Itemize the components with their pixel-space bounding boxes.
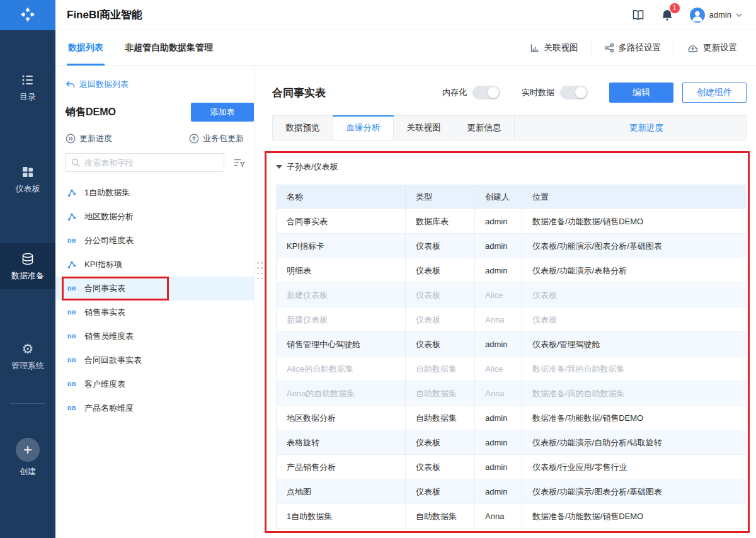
header-actions: 1 admin bbox=[632, 8, 742, 23]
table-list-item[interactable]: DB合同回款事实表 bbox=[55, 348, 254, 372]
tab-update-info[interactable]: 更新信息 bbox=[454, 116, 515, 140]
related-view-icon bbox=[530, 43, 540, 53]
related-view-action[interactable]: 关联视图 bbox=[517, 41, 591, 55]
logo-icon bbox=[20, 6, 36, 25]
update-row: 更新进度 业务包更新 bbox=[55, 133, 254, 144]
db-table-icon: DB bbox=[66, 381, 78, 387]
lineage-table: 名称类型创建人位置 合同事实表数据库表admin数据准备/功能数据/销售DEMO… bbox=[276, 185, 747, 529]
tab-lineage-analysis[interactable]: 血缘分析 bbox=[333, 116, 394, 140]
bell-icon[interactable]: 1 bbox=[661, 9, 673, 21]
package-update-item[interactable]: 业务包更新 bbox=[189, 133, 244, 144]
table-row[interactable]: 销售管理中心驾驶舱仪表板admin仪表板/管理驾驶舱 bbox=[277, 331, 746, 356]
cell-creator: admin bbox=[475, 405, 522, 430]
search-input[interactable] bbox=[84, 158, 219, 168]
table-row[interactable]: KPI指标卡仪表板admin仪表板/功能演示/图表分析/基础图表 bbox=[277, 233, 746, 258]
create-component-button[interactable]: 创建组件 bbox=[682, 83, 747, 103]
table-list-item[interactable]: 1自助数据集 bbox=[55, 181, 254, 205]
sidebar-item-label: 仪表板 bbox=[16, 183, 40, 195]
detail-tabs: 数据预览 血缘分析 关联视图 更新信息 更新进度 bbox=[272, 115, 747, 140]
chevron-down-icon bbox=[736, 13, 742, 17]
database-icon bbox=[21, 252, 35, 266]
table-row[interactable]: Anna的自助数据集自助数据集Anna数据准备/我的自助数据集 bbox=[277, 381, 746, 405]
toggle-knob bbox=[488, 87, 499, 98]
panel-resize-handle[interactable] bbox=[257, 262, 263, 281]
dataset-icon bbox=[66, 260, 78, 269]
sidebar-item-label: 创建 bbox=[20, 466, 36, 478]
search-box bbox=[66, 153, 224, 172]
sidebar-item-dashboard[interactable]: 仪表板 bbox=[0, 156, 55, 202]
table-list-item[interactable]: DB客户维度表 bbox=[55, 372, 254, 396]
update-progress-link[interactable]: 更新进度 bbox=[629, 116, 663, 140]
table-row[interactable]: Alice的自助数据集自助数据集Alice数据准备/我的自助数据集 bbox=[277, 356, 746, 381]
cell-location: 仪表板/功能演示/图表分析/基础图表 bbox=[522, 479, 746, 503]
realtime-toggle-label: 实时数据 bbox=[522, 87, 554, 98]
table-list-item[interactable]: 地区数据分析 bbox=[55, 205, 254, 229]
sidebar-item-data-prep[interactable]: 数据准备 bbox=[0, 243, 55, 289]
tab-nonadmin-dataset-manage[interactable]: 非超管自助数据集管理 bbox=[123, 30, 214, 66]
cell-location: 仪表板/功能演示/图表分析/基础图表 bbox=[522, 233, 746, 258]
update-settings-action[interactable]: 更新设置 bbox=[673, 41, 750, 55]
sidebar-item-create[interactable]: 创建 bbox=[0, 429, 55, 485]
main-content: 合同事实表 内存化 实时数据 编辑 创建组件 数据预览 血缘分析 关联视图 更新… bbox=[255, 66, 756, 538]
cell-location: 数据准备/功能数据/销售DEMO bbox=[522, 209, 746, 233]
plus-icon bbox=[16, 438, 40, 462]
table-row[interactable]: 新建仪表板仪表板Alice仪表板 bbox=[277, 282, 746, 307]
edit-button[interactable]: 编辑 bbox=[609, 83, 673, 103]
memory-toggle[interactable] bbox=[472, 86, 500, 100]
package-name: 销售DEMO bbox=[66, 106, 116, 119]
table-list-item-label: 合同回款事实表 bbox=[84, 355, 142, 366]
table-list-item[interactable]: DB销售员维度表 bbox=[55, 324, 254, 348]
table-list-item[interactable]: DB产品名称维度 bbox=[55, 396, 254, 420]
update-progress-item[interactable]: 更新进度 bbox=[66, 133, 112, 144]
section-title: 子孙表/仪表板 bbox=[287, 161, 338, 173]
cell-creator: admin bbox=[475, 233, 522, 258]
back-to-data-list[interactable]: 返回数据列表 bbox=[55, 66, 254, 90]
book-icon[interactable] bbox=[632, 9, 644, 21]
table-row[interactable]: 1自助数据集自助数据集Anna数据准备/功能数据/销售DEMO bbox=[277, 503, 746, 528]
add-table-button[interactable]: 添加表 bbox=[191, 103, 254, 122]
user-menu[interactable]: admin bbox=[690, 8, 742, 23]
cell-creator: admin bbox=[475, 209, 522, 233]
table-list-item[interactable]: DB合同事实表 bbox=[55, 277, 254, 300]
cell-type: 自助数据集 bbox=[406, 405, 475, 430]
title-actions: 内存化 实时数据 编辑 创建组件 bbox=[442, 83, 747, 103]
dataset-icon bbox=[66, 212, 78, 221]
tab-related-view[interactable]: 关联视图 bbox=[394, 116, 454, 140]
memory-toggle-group: 内存化 bbox=[442, 86, 500, 100]
cell-creator: admin bbox=[475, 331, 522, 356]
table-list-item-label: 合同事实表 bbox=[84, 283, 125, 294]
dataset-icon bbox=[66, 188, 78, 197]
avatar bbox=[690, 8, 705, 23]
tab-data-list[interactable]: 数据列表 bbox=[67, 30, 105, 66]
cell-name: Anna的自助数据集 bbox=[277, 381, 406, 405]
sidebar-item-admin[interactable]: ⚙ 管理系统 bbox=[0, 333, 55, 379]
table-list-item[interactable]: DB分公司维度表 bbox=[55, 229, 254, 253]
table-row[interactable]: 产品销售分析仪表板admin仪表板/行业应用/零售行业 bbox=[277, 454, 746, 479]
directory-icon bbox=[21, 73, 35, 87]
table-list-item[interactable]: DB销售事实表 bbox=[55, 300, 254, 324]
db-table-icon: DB bbox=[66, 285, 78, 292]
table-list-item-label: 地区数据分析 bbox=[84, 211, 134, 222]
cell-type: 仪表板 bbox=[406, 258, 475, 282]
table-list-item[interactable]: KPI指标项 bbox=[55, 253, 254, 277]
table-row[interactable]: 地区数据分析自助数据集admin数据准备/功能数据/销售DEMO bbox=[277, 405, 746, 430]
table-row[interactable]: 表格旋转仪表板admin仪表板/功能演示/自助分析/钻取旋转 bbox=[277, 430, 746, 454]
table-row[interactable]: 明细表仪表板admin仪表板/功能演示/表格分析 bbox=[277, 258, 746, 282]
app-logo[interactable] bbox=[0, 0, 55, 30]
cell-name: KPI指标卡 bbox=[277, 233, 406, 258]
tab-data-preview[interactable]: 数据预览 bbox=[273, 116, 333, 140]
table-row[interactable]: 点地图仪表板admin仪表板/功能演示/图表分析/基础图表 bbox=[277, 479, 746, 503]
table-list-item-label: 分公司维度表 bbox=[84, 235, 134, 246]
table-row[interactable]: 合同事实表数据库表admin数据准备/功能数据/销售DEMO bbox=[277, 209, 746, 233]
cell-type: 仪表板 bbox=[406, 307, 475, 331]
table-row[interactable]: 新建仪表板仪表板Anna仪表板 bbox=[277, 307, 746, 331]
cell-location: 数据准备/我的自助数据集 bbox=[522, 381, 746, 405]
sidebar-item-directory[interactable]: 目录 bbox=[0, 64, 55, 110]
descendant-section-header[interactable]: 子孙表/仪表板 bbox=[265, 151, 750, 173]
multipath-settings-action[interactable]: 多路径设置 bbox=[591, 41, 674, 55]
tab-label: 非超管自助数据集管理 bbox=[125, 42, 213, 54]
db-table-icon: DB bbox=[66, 238, 78, 244]
cell-type: 自助数据集 bbox=[406, 381, 475, 405]
realtime-toggle[interactable] bbox=[560, 86, 588, 100]
filter-icon[interactable] bbox=[233, 157, 245, 168]
